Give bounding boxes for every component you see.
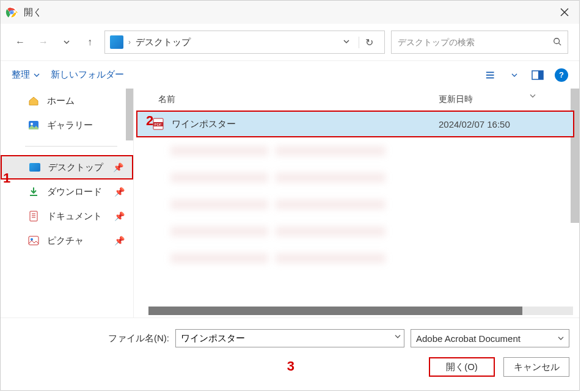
pdf-icon [151, 225, 163, 238]
documents-icon [27, 210, 40, 222]
new-folder-label: 新しいフォルダー [51, 69, 124, 81]
organize-label: 整理 [12, 69, 30, 81]
column-name[interactable]: 名前 [134, 94, 439, 105]
column-date[interactable]: 更新日時 [439, 94, 579, 105]
close-button[interactable] [555, 2, 574, 22]
dialog-title: 開く [24, 7, 555, 18]
filename-label: ファイル名(N): [10, 333, 169, 344]
preview-pane-button[interactable] [532, 69, 544, 81]
file-date: 2024/02/07 16:50 [439, 119, 573, 129]
refresh-button[interactable]: ↻ [359, 37, 379, 48]
open-button[interactable]: 開く(O) [429, 357, 495, 377]
up-button[interactable]: ↑ [81, 34, 98, 51]
svg-rect-16 [30, 211, 37, 221]
file-row-redacted[interactable] [136, 137, 574, 164]
desktop-location-icon [110, 35, 123, 49]
pdf-icon [151, 252, 163, 264]
filetype-label: Adobe Acrobat Document [416, 333, 521, 344]
breadcrumb-location[interactable]: デスクトップ [136, 37, 191, 48]
svg-point-14 [31, 123, 33, 125]
chevron-right-icon: › [128, 38, 131, 46]
titlebar: 開く [1, 1, 579, 24]
filename-input[interactable] [175, 329, 404, 347]
file-list-area: 名前 更新日時 PDF ワインポスター 2024/02/07 16:50 [134, 89, 579, 318]
file-list[interactable]: PDF ワインポスター 2024/02/07 16:50 [134, 111, 579, 307]
navigation-bar: ← → ↑ › デスクトップ ↻ [1, 24, 579, 60]
sidebar-item-gallery[interactable]: ギャラリー [1, 113, 133, 137]
address-dropdown-button[interactable] [339, 37, 354, 47]
svg-point-3 [10, 11, 13, 13]
forward-button[interactable]: → [35, 34, 52, 51]
back-button[interactable]: ← [12, 34, 29, 51]
pin-icon: 📌 [113, 162, 123, 172]
file-name: ワインポスター [172, 118, 431, 130]
svg-rect-12 [538, 71, 543, 79]
gallery-icon [27, 119, 40, 131]
sidebar-item-downloads[interactable]: ダウンロード 📌 [1, 180, 133, 204]
pdf-icon [151, 145, 163, 157]
search-box[interactable] [391, 31, 568, 54]
new-folder-button[interactable]: 新しいフォルダー [51, 69, 124, 81]
file-row-redacted[interactable] [136, 164, 574, 191]
cancel-button[interactable]: キャンセル [503, 357, 569, 377]
view-options-button[interactable] [485, 69, 497, 81]
home-icon [27, 95, 40, 107]
filename-dropdown-button[interactable] [395, 333, 401, 341]
toolbar: 整理 新しいフォルダー ? [1, 60, 579, 89]
organize-menu[interactable]: 整理 [12, 69, 40, 81]
file-row-selected[interactable]: PDF ワインポスター 2024/02/07 16:50 [136, 111, 574, 137]
chrome-icon [5, 6, 18, 18]
sidebar-item-label: ホーム [47, 95, 75, 107]
hscroll-thumb[interactable] [148, 307, 522, 315]
sidebar-item-label: ダウンロード [47, 186, 102, 198]
sidebar: ホーム ギャラリー デスクトップ 📌 ダウンロード 📌 ドキュメント 📌 [1, 89, 134, 318]
address-bar[interactable]: › デスクトップ ↻ [104, 31, 385, 54]
column-headers: 名前 更新日時 [134, 89, 579, 111]
footer: ファイル名(N): Adobe Acrobat Document 3 開く(O)… [1, 318, 579, 390]
desktop-icon [29, 161, 41, 173]
search-input[interactable] [398, 37, 553, 47]
sidebar-item-desktop[interactable]: デスクトップ 📌 [1, 155, 133, 180]
file-row-redacted[interactable] [136, 245, 574, 272]
pictures-icon [27, 234, 40, 247]
recent-locations-button[interactable] [58, 34, 75, 51]
chevron-down-icon [558, 335, 564, 341]
pdf-icon [151, 198, 163, 211]
svg-line-7 [559, 43, 561, 45]
sidebar-item-label: デスクトップ [48, 162, 103, 173]
pin-icon: 📌 [114, 236, 125, 245]
sidebar-item-documents[interactable]: ドキュメント 📌 [1, 204, 133, 228]
view-dropdown-button[interactable] [508, 69, 521, 81]
file-open-dialog: 開く ← → ↑ › デスクトップ ↻ 整理 新しいフォ [0, 0, 580, 391]
pdf-icon [151, 172, 163, 184]
main-area: 1 2 ホーム ギャラリー デスクトップ 📌 ダウンロード 📌 [1, 89, 579, 318]
filetype-select[interactable]: Adobe Acrobat Document [411, 329, 569, 347]
svg-point-6 [554, 38, 560, 43]
help-button[interactable]: ? [555, 68, 568, 82]
pdf-icon: PDF [152, 118, 164, 130]
sidebar-item-label: ピクチャ [47, 235, 84, 247]
sidebar-item-pictures[interactable]: ピクチャ 📌 [1, 228, 133, 253]
pin-icon: 📌 [114, 211, 125, 221]
sidebar-item-home[interactable]: ホーム [1, 89, 133, 113]
svg-text:PDF: PDF [155, 123, 162, 126]
sidebar-item-label: ギャラリー [47, 120, 93, 131]
file-row-redacted[interactable] [136, 191, 574, 218]
annotation-3: 3 [287, 358, 294, 378]
svg-rect-17 [29, 236, 38, 245]
file-row-redacted[interactable] [136, 218, 574, 245]
sort-indicator-icon [529, 92, 536, 101]
filelist-hscrollbar[interactable] [148, 307, 573, 315]
search-icon[interactable] [553, 37, 561, 48]
sidebar-separator [25, 146, 117, 147]
downloads-icon [27, 186, 40, 198]
pin-icon: 📌 [114, 187, 125, 197]
sidebar-item-label: ドキュメント [47, 211, 102, 222]
